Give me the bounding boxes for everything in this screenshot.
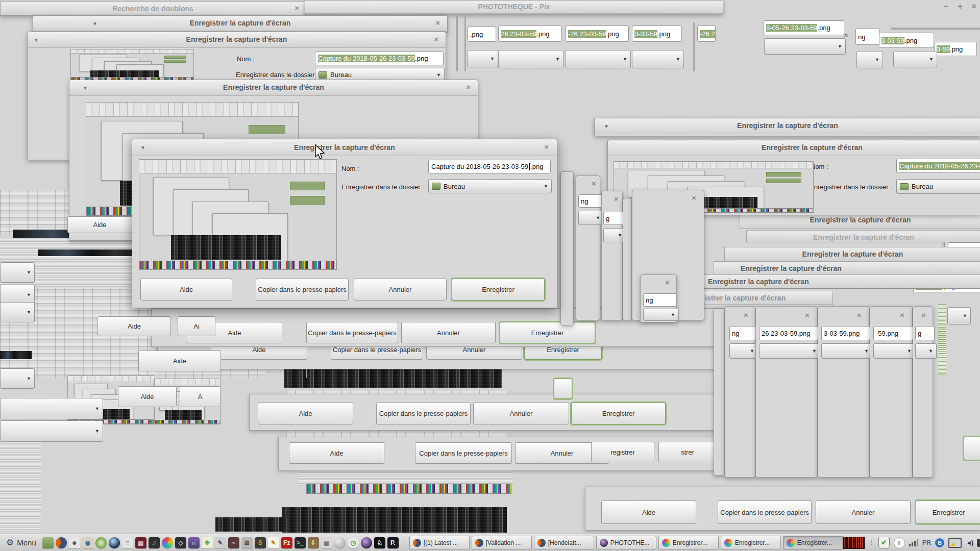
close-icon[interactable]: × [692, 194, 696, 202]
dropdown-combo[interactable]: ▼ [0, 398, 103, 419]
tray-separator[interactable]: ⋮ [869, 539, 874, 546]
filename-field[interactable]: ng [578, 194, 602, 208]
firefox-icon[interactable] [56, 537, 67, 548]
dropdown-combo[interactable]: ▼ [873, 343, 915, 359]
filename-field[interactable]: g [915, 326, 935, 340]
close-icon[interactable]: × [857, 312, 862, 319]
dropdown-combo[interactable]: ▼ [947, 307, 971, 324]
save-button[interactable]: Enregistrer [916, 500, 980, 524]
film-icon[interactable]: ▦ [135, 537, 146, 548]
maximize-icon[interactable]: + [958, 3, 963, 10]
taskbar-window-button[interactable]: PHOTOTHE... [596, 536, 656, 550]
cancel-button[interactable]: Annuler [401, 322, 496, 343]
save-button-fragment[interactable]: registrer [591, 442, 654, 462]
filename-field[interactable]: .png [468, 27, 496, 42]
menu-button[interactable]: ⚙ Menu [2, 536, 40, 550]
close-icon[interactable]: × [921, 312, 926, 319]
filezilla-icon[interactable]: Fz [281, 537, 292, 548]
minimize-icon[interactable]: − [944, 3, 949, 10]
phototheque-window[interactable]: PHOTOTHEQUE - Pix [305, 0, 723, 14]
save-button[interactable]: Enregistrer [500, 322, 595, 343]
terminal-icon[interactable]: >_ [295, 537, 306, 548]
spiral-icon[interactable] [95, 537, 107, 548]
dropdown-combo[interactable]: ▼ [893, 51, 937, 67]
help-button[interactable]: Ai [178, 316, 215, 336]
pen-icon[interactable]: ✎ [215, 537, 226, 548]
copy-button[interactable]: Copier dans le presse-papiers [415, 442, 512, 464]
close-icon[interactable]: × [295, 5, 299, 12]
save-button[interactable]: Enregistrer [452, 279, 545, 300]
dropdown-combo[interactable]: ▼ [498, 50, 564, 68]
unity-icon[interactable]: ◇ [175, 537, 186, 548]
purple-orb-icon[interactable] [361, 537, 372, 548]
horse-icon[interactable]: ♘ [374, 537, 385, 548]
filename-field[interactable]: 3-03-59.png [821, 326, 870, 340]
dropdown-combo[interactable]: ▼ [467, 50, 498, 67]
taskbar-window-button[interactable]: [(1) Latest ... [409, 536, 470, 550]
duplicate-search-window[interactable]: Recherche de doublons × [0, 1, 306, 16]
filename-field[interactable]: 26 23-03-59.png [759, 326, 818, 340]
taskbar-window-button[interactable]: [Validation ... [472, 536, 532, 550]
photos-pinwheel-icon[interactable] [162, 537, 173, 548]
bluetooth-icon[interactable]: B [935, 538, 944, 547]
filename-field[interactable]: ng [729, 326, 756, 340]
pause-icon[interactable]: ‖ [894, 537, 905, 548]
close-icon[interactable]: × [971, 3, 976, 10]
desktop-icon[interactable] [42, 537, 54, 548]
cancel-button[interactable]: Annuler [473, 403, 569, 424]
close-icon[interactable]: × [665, 279, 670, 286]
save-button-fragment[interactable]: strer [658, 442, 717, 462]
close-icon[interactable]: × [744, 312, 748, 319]
close-icon[interactable]: × [805, 312, 810, 319]
filename-field[interactable]: 3-59.png [934, 42, 977, 56]
help-button[interactable]: A [180, 386, 220, 407]
calculator-icon[interactable]: ⊞ [241, 537, 253, 548]
help-button[interactable]: Aide [97, 316, 171, 336]
filename-field[interactable]: 3-03-59.png [879, 33, 934, 48]
messenger-face-icon[interactable]: ☻ [69, 537, 80, 548]
filename-field[interactable]: 3-03-59.png [632, 26, 682, 42]
close-icon[interactable]: × [900, 312, 904, 319]
cancel-button[interactable]: Annuler [426, 346, 522, 360]
filename-input[interactable]: Capture du 2018-05-26 23-03-59.png [428, 160, 551, 173]
taskbar-window-button[interactable]: Enregistrer... [721, 536, 781, 550]
panel-list-icon[interactable]: ≡ [122, 537, 133, 548]
save-button[interactable]: Enregistrer [571, 403, 666, 424]
help-button[interactable]: Aide [289, 442, 384, 464]
dropdown-combo[interactable]: ▼ [759, 343, 820, 359]
dropdown-combo[interactable]: ▼ [0, 420, 103, 442]
dropdown-combo[interactable]: ▼ [0, 368, 35, 389]
help-button[interactable]: Aide [258, 403, 353, 424]
dropdown-combo[interactable]: ▼ [915, 343, 937, 359]
help-button[interactable]: Aide [118, 386, 177, 407]
power-icon[interactable]: ⚡ [977, 539, 980, 547]
keyboard-layout-indicator[interactable]: FR [922, 539, 931, 546]
copy-button[interactable]: Copier dans le presse-papiers [376, 403, 471, 424]
dropdown-combo[interactable]: ▼ [632, 50, 684, 68]
help-button[interactable]: Aide [140, 279, 232, 300]
cancel-button[interactable]: Annuler [816, 500, 911, 524]
folder-combo[interactable]: Bureau [896, 179, 980, 194]
filename-input[interactable]: Capture du 2018-05-26 23-03-59.png [896, 159, 980, 173]
help-button[interactable]: Aide [138, 350, 221, 371]
filename-field[interactable]: -59.png [873, 326, 913, 340]
notes-icon[interactable]: ✎ [268, 537, 279, 548]
close-icon[interactable]: × [434, 36, 438, 43]
dropdown-combo[interactable]: ▼ [578, 211, 604, 225]
eye-icon[interactable]: ◉ [82, 537, 93, 548]
filename-field[interactable]: ng [855, 29, 880, 45]
filename-field[interactable]: 8-05-26 23-03-59.png [764, 20, 844, 35]
close-icon[interactable]: × [614, 195, 619, 203]
archive-icon[interactable]: ▣ [321, 537, 332, 548]
copy-button[interactable]: Copier dans le presse-papiers [718, 500, 812, 524]
filename-field[interactable]: ng [643, 293, 677, 307]
headphones-icon[interactable]: ∩ [188, 537, 200, 548]
save-button-fragment[interactable] [964, 437, 980, 460]
lens-icon[interactable] [109, 537, 120, 548]
dropdown-combo[interactable]: ▼ [566, 50, 631, 68]
close-icon[interactable]: × [435, 19, 440, 27]
cancel-button[interactable]: Annuler [354, 279, 447, 300]
molecule-icon[interactable]: ❉ [202, 537, 213, 548]
copy-button[interactable]: Copier dans le presse-papiers [256, 279, 349, 300]
close-icon[interactable]: × [844, 32, 848, 39]
